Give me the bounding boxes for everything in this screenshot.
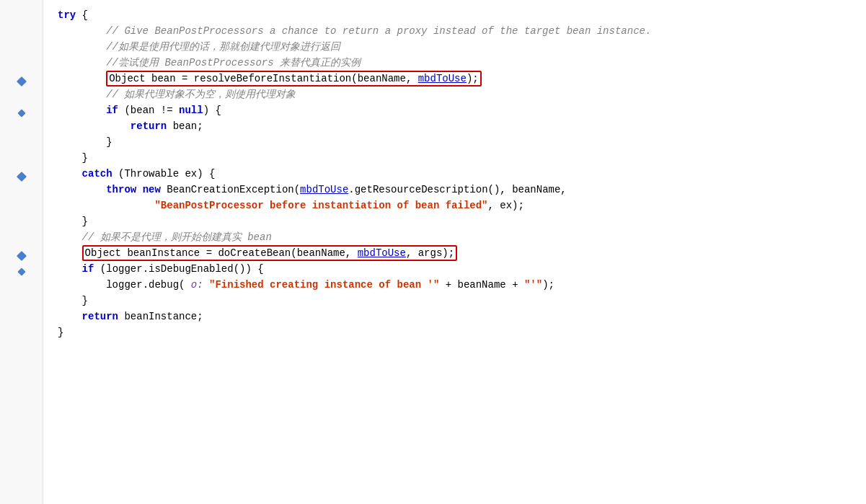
gutter-marker-1 — [0, 10, 43, 26]
breakpoint-icon-11[interactable] — [16, 172, 26, 182]
indent-14 — [58, 213, 82, 229]
code-line-13: "BeanPostProcessor before instantiation … — [58, 198, 866, 213]
comment-line-15: // 如果不是代理，则开始创建真实 bean — [58, 229, 272, 245]
catch-param-11: (Throwable ex) { — [112, 166, 216, 182]
keyword-null-7: null — [179, 102, 203, 118]
editor-container: try { // Give BeanPostProcessors a chanc… — [0, 0, 866, 504]
code-line-2: // Give BeanPostProcessors a chance to r… — [58, 23, 866, 39]
indent-11 — [58, 166, 82, 182]
code-line-3: //如果是使用代理的话，那就创建代理对象进行返回 — [58, 39, 866, 55]
object-keyword-16: Object beanInstance = doCreateBean(beanN… — [85, 247, 358, 259]
indent-13 — [58, 198, 154, 213]
logger-debug-18: logger.debug( — [106, 277, 185, 293]
gutter-marker-10 — [0, 153, 43, 169]
breakpoint-icon-16[interactable] — [16, 251, 26, 261]
code-line-5: Object bean = resolveBeforeInstantiation… — [58, 71, 866, 87]
code-line-10: } — [58, 150, 866, 166]
breakpoint-icon-17[interactable] — [17, 268, 25, 275]
args-paren-16: , args); — [406, 247, 454, 259]
code-line-15: // 如果不是代理，则开始创建真实 bean — [58, 229, 866, 245]
breakpoint-icon-7[interactable] — [17, 109, 25, 117]
code-line-4: //尝试使用 BeanPostProcessors 来替代真正的实例 — [58, 55, 866, 71]
gutter — [0, 0, 43, 504]
brace-close-19: } — [82, 293, 88, 309]
keyword-new-12: new — [143, 182, 161, 198]
gutter-marker-8 — [0, 121, 43, 137]
return-bean-8: bean; — [167, 118, 203, 134]
keyword-if-7: if — [106, 102, 118, 118]
indent-18 — [58, 277, 106, 293]
indent-9 — [58, 134, 106, 150]
code-line-11: catch (Throwable ex) { — [58, 166, 866, 182]
if-logger-17: (logger.isDebugEnabled()) { — [94, 261, 263, 277]
indent-8 — [58, 118, 131, 134]
brace-close-10: } — [82, 150, 88, 166]
if-condition-7: (bean != — [118, 102, 179, 118]
code-line-14: } — [58, 213, 866, 229]
code-line-17: if (logger.isDebugEnabled()) { — [58, 261, 866, 277]
keyword-catch-11: catch — [82, 166, 112, 182]
code-line-20: return beanInstance; — [58, 309, 866, 324]
indent-17 — [58, 261, 82, 277]
gutter-marker-3 — [0, 42, 43, 58]
code-area: try { // Give BeanPostProcessors a chanc… — [43, 0, 866, 504]
brace-close-9: } — [106, 134, 112, 150]
keyword-if-17: if — [82, 261, 94, 277]
exception-class-12: BeanCreationException( — [161, 182, 300, 198]
object-keyword-5: Object bean = resolveBeforeInstantiation… — [109, 73, 417, 84]
indent-10 — [58, 150, 82, 166]
comment-line-4: //尝试使用 BeanPostProcessors 来替代真正的实例 — [58, 55, 361, 71]
gutter-marker-9 — [0, 137, 43, 153]
code-line-19: } — [58, 293, 866, 309]
return-beaninstance-20: beanInstance; — [118, 309, 203, 324]
docreate-statement-box: Object beanInstance = doCreateBean(beanN… — [82, 245, 458, 261]
comment-line-2: // Give BeanPostProcessors a chance to r… — [58, 23, 651, 39]
breakpoint-icon-5[interactable] — [16, 76, 26, 87]
code-line-8: return bean; — [58, 118, 866, 134]
gutter-marker-19 — [0, 296, 43, 311]
gutter-markers — [0, 0, 43, 343]
param-o-18: o: — [185, 277, 209, 293]
concat-18: + beanName + — [439, 277, 524, 293]
brace-open-7: ) { — [203, 102, 221, 118]
code-line-7: if (bean != null) { — [58, 102, 866, 118]
gutter-marker-17 — [0, 264, 43, 280]
keyword-return-8: return — [131, 118, 167, 134]
code-line-9: } — [58, 134, 866, 150]
brace-close-14: } — [82, 213, 88, 229]
close-debug-18: ); — [542, 277, 554, 293]
gutter-marker-4 — [0, 58, 43, 74]
string-literal-13: "BeanPostProcessor before instantiation … — [154, 198, 487, 213]
comment-line-6: // 如果代理对象不为空，则使用代理对象 — [58, 87, 296, 102]
gutter-marker-20 — [0, 311, 43, 327]
keyword-return-20: return — [82, 309, 118, 324]
gutter-marker-14 — [0, 216, 43, 232]
comment-line-3: //如果是使用代理的话，那就创建代理对象进行返回 — [58, 39, 340, 55]
indent-12 — [58, 182, 106, 198]
code-line-16: Object beanInstance = doCreateBean(beanN… — [58, 245, 866, 261]
gutter-marker-6 — [0, 89, 43, 105]
comma-ex-13: , ex); — [488, 198, 524, 213]
get-resource-12: .getResourceDescription(), beanName, — [348, 182, 566, 198]
gutter-marker-16 — [0, 248, 43, 264]
mbdtouse-link-12[interactable]: mbdToUse — [300, 182, 348, 198]
gutter-marker-21 — [0, 327, 43, 343]
indent-19 — [58, 293, 82, 309]
code-line-18: logger.debug( o: "Finished creating inst… — [58, 277, 866, 293]
gutter-marker-13 — [0, 200, 43, 216]
keyword-throw-12: throw — [106, 182, 136, 198]
gutter-marker-11 — [0, 169, 43, 185]
indent-16 — [58, 245, 82, 261]
code-line-1: try { — [58, 7, 866, 23]
string-finished-18: "Finished creating instance of bean '" — [209, 277, 439, 293]
code-line-6: // 如果代理对象不为空，则使用代理对象 — [58, 87, 866, 102]
gutter-marker-12 — [0, 185, 43, 200]
mbdtouse-link-16[interactable]: mbdToUse — [358, 247, 406, 259]
throw-new-12 — [136, 182, 142, 198]
mbdtouse-link-5[interactable]: mbdToUse — [418, 73, 467, 84]
indent-20 — [58, 309, 82, 324]
brace-open-1: { — [76, 7, 88, 23]
resolve-statement-box: Object bean = resolveBeforeInstantiation… — [106, 71, 482, 87]
gutter-marker-5 — [0, 74, 43, 89]
brace-close-21: } — [58, 324, 63, 340]
